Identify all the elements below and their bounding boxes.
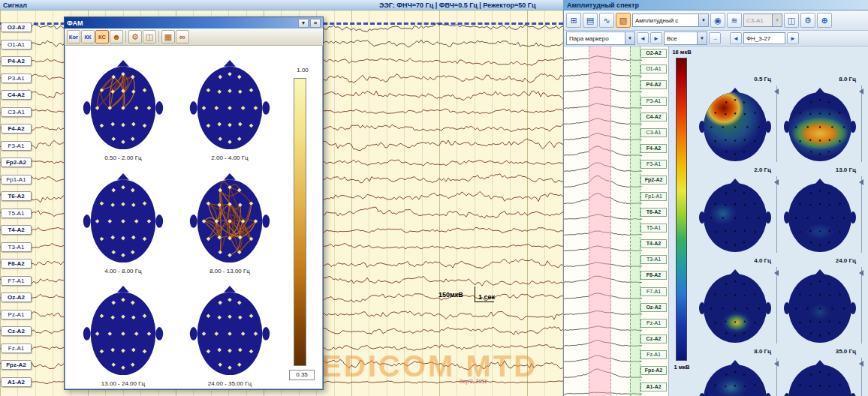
channel-label[interactable]: Fpz-A2 [1, 360, 32, 370]
cross-correlation-button[interactable]: КК [81, 30, 95, 44]
spectrum-channel-label[interactable]: Oz-A2 [640, 303, 667, 312]
fam-map[interactable] [188, 171, 271, 267]
settings-icon[interactable]: ⚙ [800, 13, 815, 28]
channel-label[interactable]: P4-A2 [1, 56, 32, 66]
spectrum-curves-icon[interactable]: ∿ [599, 13, 614, 28]
spectrum-channel-label[interactable]: Fp2-A2 [640, 176, 667, 184]
frequency-slider[interactable] [774, 267, 780, 344]
spectrum-maps-icon[interactable]: ▧ [616, 13, 631, 28]
spectrum-channel-label[interactable]: Pz-A1 [640, 319, 667, 328]
window-menu-icon[interactable]: ▾ [298, 19, 309, 28]
range-combo[interactable]: Все ▼ [664, 32, 707, 45]
slider-thumb-icon[interactable] [774, 179, 779, 185]
channel-label[interactable]: T4-A2 [1, 225, 32, 235]
fam-map[interactable] [188, 284, 271, 380]
spectrum-channel-label[interactable]: Fz-A1 [640, 350, 667, 359]
channel-label[interactable]: Fp1-A1 [1, 175, 32, 184]
spectrum-panel-header[interactable]: Амплитудный спектр [563, 0, 868, 10]
channel-label[interactable]: Oz-A2 [1, 292, 32, 302]
slider-thumb-icon[interactable] [859, 270, 863, 276]
coherence-button[interactable]: Ког [67, 30, 80, 44]
spectrum-channel-label[interactable]: T5-A1 [640, 224, 667, 232]
slider-thumb-icon[interactable] [859, 361, 863, 367]
marker-next-button[interactable]: ► [650, 32, 662, 44]
print-icon[interactable]: ◫ [784, 13, 799, 28]
slider-thumb-icon[interactable] [774, 270, 779, 276]
ks-button[interactable]: КС [95, 30, 109, 44]
spectrum-channel-label[interactable]: T6-A2 [640, 208, 667, 217]
topography-icon[interactable]: ◉ [710, 13, 725, 28]
channel-label[interactable]: O2-A2 [1, 22, 32, 32]
spectrum-channel-label[interactable]: P4-A2 [640, 80, 667, 89]
spectrum-channel-label[interactable]: P3-A1 [640, 97, 667, 106]
channel-label[interactable]: C3-A1 [1, 107, 32, 117]
fam-map[interactable] [82, 171, 164, 267]
spectrum-map[interactable] [698, 267, 773, 345]
channel-label[interactable]: T6-A2 [1, 191, 32, 201]
freq-prev-button[interactable]: ◄ [730, 32, 742, 44]
head-map-icon[interactable]: ☻ [110, 30, 123, 44]
spectrum-channel-label[interactable]: Fpz-A2 [640, 366, 667, 375]
channel-label[interactable]: P3-A1 [1, 74, 32, 83]
channel-label[interactable]: Cz-A2 [1, 326, 32, 336]
frequency-slider[interactable] [859, 267, 865, 344]
apply-range-button[interactable]: → [709, 32, 721, 44]
channel-label[interactable]: C4-A2 [1, 90, 32, 100]
globe-icon[interactable]: ⊕ [817, 13, 832, 28]
frequency-slider[interactable] [774, 358, 780, 396]
channel-label[interactable]: Fz-A1 [1, 344, 32, 353]
spectrum-channel-label[interactable]: O1-A1 [640, 64, 667, 74]
spectrum-map[interactable] [698, 358, 773, 396]
spectrum-map[interactable] [782, 358, 857, 396]
channel-label[interactable]: T3-A1 [1, 242, 32, 252]
spectrum-channel-label[interactable]: F4-A2 [640, 144, 667, 153]
spectrum-type-combo[interactable]: Амплитудный с ▼ [632, 14, 709, 27]
channel-label[interactable]: F4-A2 [1, 124, 32, 134]
chevron-down-icon[interactable]: ▼ [698, 14, 708, 26]
frequency-slider[interactable] [859, 176, 865, 253]
channel-label[interactable]: A1-A2 [1, 377, 32, 387]
settings-icon[interactable]: ⚙ [128, 30, 142, 44]
spectrum-map[interactable] [782, 86, 857, 164]
overlay-icon[interactable]: ≋ [727, 13, 742, 28]
frequency-slider[interactable] [859, 358, 865, 396]
spectrum-map[interactable] [782, 176, 857, 254]
chevron-down-icon[interactable]: ▼ [697, 32, 707, 44]
fam-titlebar[interactable]: ФАМ ▾× [65, 17, 323, 28]
marker-pair-combo[interactable]: Пара маркеро ▼ [566, 32, 635, 45]
fam-map[interactable] [188, 58, 271, 154]
spectrum-table-icon[interactable]: ⊞ [566, 13, 581, 28]
spectrum-list-icon[interactable]: ▤ [583, 13, 598, 28]
fam-map[interactable] [82, 284, 164, 380]
print-icon[interactable]: ◫ [143, 30, 156, 44]
frequency-slider[interactable] [774, 176, 780, 253]
spectrum-channel-label[interactable]: F3-A1 [640, 160, 667, 169]
channel-label[interactable]: F7-A1 [1, 276, 32, 286]
spectrum-map[interactable] [782, 267, 857, 345]
frequency-slider[interactable] [774, 86, 780, 162]
channel-label[interactable]: F8-A2 [1, 259, 32, 268]
spectrum-map[interactable] [698, 86, 773, 164]
freq-next-button[interactable]: ► [787, 32, 799, 44]
slider-thumb-icon[interactable] [774, 88, 779, 94]
spectrum-channel-label[interactable]: O2-A2 [640, 49, 667, 58]
spectrum-channel-label[interactable]: F8-A2 [640, 271, 667, 280]
spectrum-channel-label[interactable]: C4-A2 [640, 112, 667, 122]
close-icon[interactable]: × [310, 19, 321, 28]
fam-map[interactable] [82, 58, 164, 154]
save-icon[interactable]: ▦ [161, 30, 175, 44]
spectrum-channel-label[interactable]: T3-A1 [640, 255, 667, 264]
channel-label[interactable]: Pz-A1 [1, 310, 32, 320]
channel-label[interactable]: T5-A1 [1, 208, 32, 218]
spectrum-channel-label[interactable]: F7-A1 [640, 287, 667, 296]
search-icon[interactable]: ∞ [176, 30, 189, 44]
spectrum-channel-label[interactable]: C3-A1 [640, 128, 667, 137]
channel-label[interactable]: Fp2-A2 [1, 158, 32, 167]
frequency-slider[interactable] [859, 86, 865, 162]
spectrum-channel-label[interactable]: A1-A2 [640, 382, 667, 392]
slider-thumb-icon[interactable] [859, 88, 863, 94]
freq-range-field[interactable]: ФН_3-27 [743, 32, 785, 44]
spectrum-channel-label[interactable]: T4-A2 [640, 239, 667, 248]
spectrum-channel-label[interactable]: Cz-A2 [640, 334, 667, 344]
channel-label[interactable]: F3-A1 [1, 141, 32, 151]
